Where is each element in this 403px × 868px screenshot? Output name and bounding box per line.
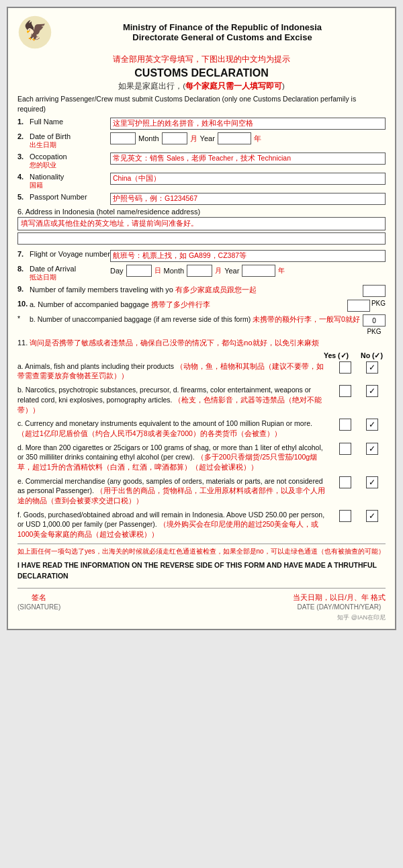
- dob-day-field[interactable]: [110, 132, 136, 144]
- header: 🦅 Ministry of Finance of the Republic of…: [17, 15, 386, 50]
- q11-b-no[interactable]: ✓: [366, 385, 378, 397]
- q11-e-yes[interactable]: [339, 476, 351, 488]
- address-hint: 填写酒店或其他住处的英文地址，请提前询问准备好。: [21, 219, 198, 227]
- q11-d-no[interactable]: ✓: [366, 443, 378, 455]
- bottom-declaration: I HAVE READ THE INFORMATION ON THE REVER…: [17, 560, 386, 582]
- fullname-label: Full Name: [30, 118, 110, 126]
- customs-form: 🦅 Ministry of Finance of the Republic of…: [7, 7, 396, 630]
- accompanied-unit: PKG: [371, 300, 386, 307]
- yes-header: Yes (✓): [324, 351, 349, 359]
- q11-d-text: d. More than 200 cigarettes or 25cigars …: [17, 443, 332, 472]
- arrival-row: 8. Date of Arrival 抵达日期 Day 日 Month 月 Ye…: [17, 265, 386, 282]
- address-label: 6. Address in Indonesia (hotel name/resi…: [17, 208, 386, 216]
- arrival-label: Date of Arrival 抵达日期: [30, 265, 110, 282]
- nationality-cn-label: 国籍: [30, 181, 110, 190]
- arrival-cn-label: 抵达日期: [30, 273, 110, 282]
- q11-d-yes[interactable]: [339, 443, 351, 455]
- main-title: CUSTOMS DECLARATION: [17, 67, 386, 79]
- occupation-field[interactable]: 常见英文：销售 Sales，老师 Teacher，技术 Technician: [110, 153, 386, 165]
- q11-item-e: e. Commercial merchandise (any goods, sa…: [17, 476, 386, 506]
- q11-a-no[interactable]: ✓: [366, 361, 378, 374]
- passport-field[interactable]: 护照号码，例：G1234567: [110, 193, 386, 205]
- nationality-field[interactable]: China（中国）: [110, 173, 386, 185]
- dob-month-field[interactable]: [162, 132, 187, 144]
- arrival-day-cn: 日: [154, 266, 161, 275]
- sig-cn-label: 签名: [17, 593, 60, 603]
- q11-a-yes[interactable]: [339, 361, 351, 374]
- row-num-1: 1.: [17, 118, 30, 126]
- sub-inst-part1: 如果是家庭出行，(: [118, 82, 185, 90]
- accompanied-hint: 携带了多少件行李: [151, 300, 210, 308]
- signature-row: 签名 (SIGNATURE) 当天日期，以日/月、年 格式 DATE (DAY/…: [17, 588, 386, 611]
- arrival-fields: Day 日 Month 月 Year 年: [110, 265, 285, 277]
- arrival-year-field[interactable]: [242, 265, 275, 277]
- q11-e-no[interactable]: ✓: [366, 476, 378, 488]
- row-num-7: 7.: [17, 250, 30, 258]
- q11-e-checkboxes: ✓: [332, 476, 386, 506]
- address-field-2[interactable]: [17, 232, 386, 245]
- dob-year-field[interactable]: [218, 132, 251, 144]
- q11-e-text: e. Commercial merchandise (any goods, sa…: [17, 476, 332, 506]
- address-field-1[interactable]: 填写酒店或其他住处的英文地址，请提前询问准备好。: [17, 217, 386, 230]
- arrival-month-cn: 月: [215, 266, 222, 275]
- q11-item-c: c. Currency and monetary instruments equ…: [17, 419, 386, 438]
- q11-item-a: a. Animals, fish and plants including th…: [17, 361, 386, 381]
- flight-label: Flight or Voyage number: [30, 250, 110, 258]
- date-cn-label: 当天日期，以日/月、年 格式: [293, 593, 386, 603]
- q11-a-text: a. Animals, fish and plants including th…: [17, 361, 332, 381]
- flight-hint: 航班号：机票上找，如 GA899，CZ387等: [113, 251, 247, 259]
- q11-c-no[interactable]: ✓: [366, 419, 378, 431]
- row-bullet: *: [17, 314, 30, 322]
- unaccompanied-controls: 0 PKG: [363, 314, 386, 335]
- family-row: 9. Number of family members traveling wi…: [17, 285, 386, 297]
- family-field[interactable]: [363, 285, 386, 297]
- q11-item-d: d. More than 200 cigarettes or 25cigars …: [17, 443, 386, 472]
- q11-f-yes[interactable]: [339, 510, 351, 522]
- arrival-year-cn: 年: [278, 266, 285, 275]
- arrival-month-field[interactable]: [187, 265, 212, 277]
- dob-year-label: Year: [200, 134, 215, 142]
- q11-f-checkboxes: ✓: [332, 510, 386, 539]
- q11-intro: 11. 询问是否携带了敏感或者违禁品，确保自己没带的情况下，都勾选no就好，以免…: [17, 338, 386, 348]
- q11-d-checkboxes: ✓: [332, 443, 386, 472]
- q11-b-yes[interactable]: [339, 385, 351, 397]
- q11-d-cn: （多于200只香烟货/25只雪茄/100g烟草，超过1升的含酒精饮料（白酒，红酒…: [17, 453, 317, 471]
- q11-f-cn: （境外购买会在印尼使用的超过250美金每人，或1000美金每家庭的商品（超过会被…: [17, 520, 318, 538]
- row-num-8: 8.: [17, 265, 30, 273]
- row-num-5: 5.: [17, 193, 30, 201]
- q11-a-checkboxes: ✓: [332, 361, 386, 381]
- address-row: 6. Address in Indonesia (hotel name/resi…: [17, 208, 386, 245]
- row-num-3: 3.: [17, 153, 30, 161]
- family-label: Number of family members traveling with …: [30, 285, 363, 295]
- row-num-6: 6.: [17, 208, 24, 216]
- q11-f-no[interactable]: ✓: [366, 510, 378, 522]
- dob-month-cn: 月: [190, 134, 197, 144]
- footer-notice: 如上面任何一项勾选了yes，出海关的时候就必须走红色通道被检查，如果全部是no，…: [17, 544, 386, 556]
- unaccompanied-field[interactable]: 0: [363, 314, 386, 327]
- occupation-hint: 常见英文：销售 Sales，老师 Teacher，技术 Technician: [113, 154, 291, 162]
- dob-fields: Month 月 Year 年: [110, 132, 261, 144]
- arrival-day-field[interactable]: [126, 265, 152, 277]
- q11-a-cn: （动物，鱼，植物和其制品（建议不要带，如带需查需要放弃食物甚至罚款））: [17, 362, 324, 380]
- dob-cn-label: 出生日期: [30, 140, 110, 150]
- sig-en-label: (SIGNATURE): [17, 603, 60, 611]
- q11-c-yes[interactable]: [339, 419, 351, 431]
- dob-year-cn: 年: [254, 134, 261, 144]
- q11-e-cn: （用于出售的商品，货物样品，工业用原材料或者部件，以及非个人用途的物品（查到会被…: [17, 486, 325, 505]
- dob-row: 2. Date of Birth 出生日期 Month 月 Year 年: [17, 132, 386, 150]
- sub-instruction: 如果是家庭出行，(每个家庭只需一人填写即可): [17, 81, 386, 91]
- accompanied-row: 10. a. Number of accompanied baggage 携带了…: [17, 300, 386, 312]
- q11-b-cn: （枪支，色情影音，武器等违禁品（绝对不能带））: [17, 396, 322, 414]
- unaccompanied-row: * b. Number of unaccompanied baggage (if…: [17, 314, 386, 335]
- footer-notice-text: 如上面任何一项勾选了yes，出海关的时候就必须走红色通道被检查，如果全部是no，…: [17, 548, 385, 555]
- watermark-text: 知乎 @IAN在印尼: [337, 614, 386, 621]
- fullname-field[interactable]: 这里写护照上的姓名拼音，姓和名中间空格: [110, 118, 386, 130]
- accompanied-field[interactable]: [347, 300, 370, 312]
- unaccompanied-label: b. Number of unaccompanied baggage (if a…: [30, 314, 363, 324]
- row-num-10: 10.: [17, 300, 30, 308]
- date-en-label: DATE (DAY/MONTH/YEAR): [298, 603, 382, 611]
- flight-field[interactable]: 航班号：机票上找，如 GA899，CZ387等: [110, 250, 386, 262]
- nationality-row: 4. Nationality 国籍 China（中国）: [17, 173, 386, 190]
- no-header: No (✓): [361, 351, 383, 359]
- arrival-day-label: Day: [110, 267, 124, 275]
